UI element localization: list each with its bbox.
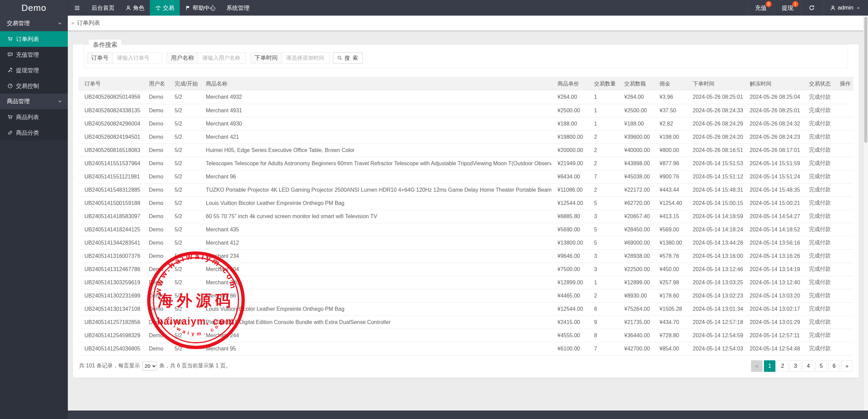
page-button-5[interactable]: 5 [815, 360, 827, 372]
page-button-6[interactable]: 6 [828, 360, 840, 372]
table-cell: ¥40000.00 [618, 144, 653, 157]
table-cell: Demo [143, 316, 169, 329]
table-cell: ¥4465.00 [551, 289, 588, 302]
table-cell: 2024-05-14 13:03:20 [744, 289, 803, 302]
table-cell: 2024-05-14 13:02:23 [687, 289, 744, 302]
top-nav-help[interactable]: 帮助中心 [180, 0, 221, 16]
table-cell: ¥37.50 [653, 104, 687, 117]
page-button-2[interactable]: 2 [777, 360, 788, 372]
top-nav-roles[interactable]: 角色 [120, 0, 150, 16]
table-cell: ¥12899.00 [551, 276, 588, 289]
table-cell: 5/2 [169, 276, 200, 289]
top-nav-label: 交易 [163, 4, 174, 12]
top-nav-home[interactable]: 后台首页 [86, 0, 120, 16]
chevron-up-icon [856, 6, 861, 10]
table-cell: ¥13800.00 [551, 236, 588, 249]
user-name-input[interactable] [198, 52, 246, 64]
page-button-3[interactable]: 3 [790, 360, 801, 372]
table-cell: UB2405141302231699 [78, 289, 143, 302]
sidebar-item-goods-list[interactable]: 商品列表 [0, 109, 68, 125]
sidebar-toggle-button[interactable] [68, 0, 86, 16]
table-cell [834, 91, 853, 104]
table-cell: 1 [588, 91, 618, 104]
page-prev-button[interactable]: « [751, 360, 763, 372]
table-row: UB2405141548312885Demo5/2TUZKO Portable … [78, 183, 853, 196]
breadcrumb: » 订单列表 [68, 16, 863, 31]
sidebar-group-trade[interactable]: 交易管理 [0, 16, 68, 31]
recharge-button[interactable]: 充值 0 [747, 0, 774, 16]
table-cell: 5/2 [169, 263, 200, 276]
sidebar-item-label: 提现管理 [16, 66, 39, 74]
table-cell: Huimei H05, Edge Series Executive Office… [200, 144, 551, 157]
table-cell: 2024-05-14 15:48:31 [687, 183, 744, 196]
user-name-label: 用户名称 [166, 52, 198, 64]
column-header: 商品名称 [200, 77, 551, 91]
top-nav-label: 角色 [133, 4, 144, 12]
user-menu[interactable]: admin [822, 0, 868, 16]
table-cell: 2 [588, 157, 618, 170]
scrollbar-thumb[interactable] [864, 17, 867, 143]
table-cell: UB2405141344283541 [78, 236, 143, 249]
vertical-scrollbar[interactable] [863, 16, 868, 411]
table-cell: Demo [143, 130, 169, 144]
table-cell: 8 [588, 329, 618, 342]
table-cell: UB2405141257182856 [78, 316, 143, 329]
table-cell: ¥28938.00 [618, 249, 653, 263]
table-cell: ¥413.15 [653, 210, 687, 223]
page-footer [68, 411, 868, 419]
top-nav-system[interactable]: 系统管理 [221, 0, 255, 16]
sidebar-item-goods-category[interactable]: 商品分类 [0, 125, 68, 140]
table-cell: UB2405141418244125 [78, 223, 143, 236]
recharge-label: 充值 [755, 4, 767, 12]
order-no-input[interactable] [113, 52, 162, 64]
table-cell: 2024-05-14 15:48:35 [744, 183, 803, 196]
table-row: UB2405141551537964Demo5/2Telescopes Tele… [78, 157, 853, 170]
pagination-summary: 共 101 条记录，每页显示 20 条，共 6 页当前显示第 1 页。 [79, 362, 231, 370]
table-cell [834, 210, 853, 223]
order-time-input[interactable] [282, 52, 330, 64]
sidebar-group-goods[interactable]: 商品管理 [0, 94, 68, 109]
page-next-button[interactable]: » [841, 360, 853, 372]
top-nav-trade[interactable]: 交易 [150, 0, 180, 16]
cart-icon [7, 36, 13, 42]
table-cell: ¥11086.00 [551, 183, 588, 196]
column-header: 解冻时间 [744, 77, 803, 91]
table-cell: ¥43898.00 [618, 157, 653, 170]
search-button[interactable]: 搜 索 [333, 52, 362, 64]
user-name-group: 用户名称 [166, 52, 246, 64]
table-cell: ¥8930.00 [618, 289, 653, 302]
table-cell: 5/2 [169, 302, 200, 316]
table-cell: 2024-05-14 14:18:59 [687, 210, 744, 223]
table-cell: Demo [143, 144, 169, 157]
column-header: 交易状态 [803, 77, 834, 91]
user-icon [830, 5, 836, 11]
sidebar-item-trade-control[interactable]: 交易控制 [0, 78, 68, 94]
table-cell: 2024-05-14 13:02:17 [744, 302, 803, 316]
table-cell: ¥36440.00 [618, 329, 653, 342]
table-cell: 1 [588, 104, 618, 117]
per-page-select[interactable]: 20 [142, 362, 157, 370]
table-cell [834, 157, 853, 170]
table-cell: 2024-05-26 08:25:01 [687, 91, 744, 104]
sidebar-item-order-list[interactable]: 订单列表 [0, 31, 68, 47]
column-header: 交易数额 [618, 77, 653, 91]
table-cell: 5/2 [169, 130, 200, 144]
sidebar-item-withdraw[interactable]: 提现管理 [0, 62, 68, 78]
page-button-4[interactable]: 4 [803, 360, 814, 372]
refresh-button[interactable] [801, 0, 822, 16]
sidebar-item-recharge[interactable]: 充值管理 [0, 47, 68, 62]
withdraw-button[interactable]: 提现 1 [774, 0, 801, 16]
table-cell: ¥2500.00 [551, 104, 588, 117]
table-cell: 5/2 [169, 236, 200, 249]
page-button-1[interactable]: 1 [764, 360, 775, 372]
table-cell: 5/2 [169, 91, 200, 104]
table-cell: 2024-05-26 08:16:51 [687, 144, 744, 157]
table-cell: 2024-05-14 13:44:28 [687, 236, 744, 249]
link-icon [7, 130, 13, 135]
table-cell: 2024-05-26 08:24:29 [687, 117, 744, 130]
table-cell: UB2405141548312885 [78, 183, 143, 196]
order-table-body: UB2405260825014956Demo5/2Merchant 4932¥2… [78, 91, 853, 355]
table-cell: 5/2 [169, 144, 200, 157]
table-cell: Merchant 4932 [200, 91, 551, 104]
column-header: 商品单价 [551, 77, 588, 91]
